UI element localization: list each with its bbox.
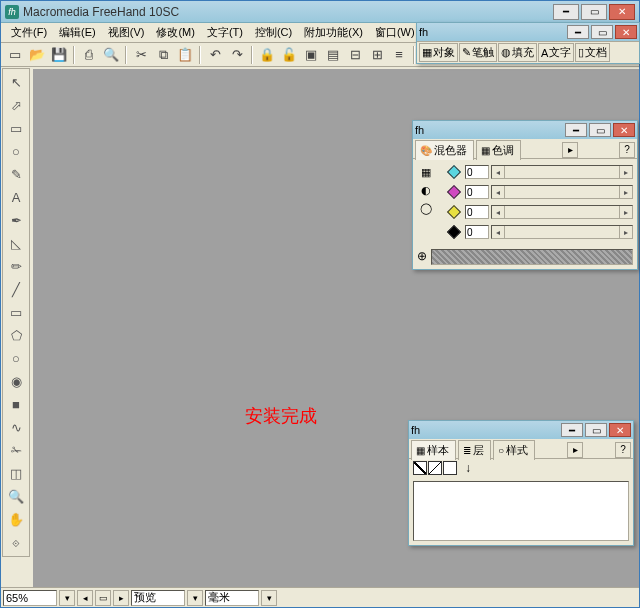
swatches-panel-titlebar[interactable]: fh ━ ▭ ✕ <box>409 421 633 439</box>
save-icon[interactable]: 💾 <box>49 45 69 65</box>
menu-text[interactable]: 文字(T) <box>201 23 249 42</box>
stroke-btn[interactable]: ✎笔触 <box>459 43 497 62</box>
slider-left-arrow[interactable]: ◂ <box>492 206 504 218</box>
color-preview-bar[interactable] <box>431 249 633 265</box>
cmyk-c-icon[interactable]: ▦ <box>417 163 435 181</box>
channel-slider[interactable]: ◂▸ <box>491 225 633 239</box>
tint-tab[interactable]: ▦ 色调 <box>476 140 521 160</box>
cmyk-y-icon[interactable]: ◯ <box>417 199 435 217</box>
print-icon[interactable]: ⎙ <box>79 45 99 65</box>
panel-options-button[interactable]: ▸ <box>567 442 583 458</box>
styles-tab[interactable]: ○ 样式 <box>493 440 535 460</box>
minimize-button[interactable]: ━ <box>553 4 579 20</box>
panel-minimize[interactable]: ━ <box>565 123 587 137</box>
freeform-tool[interactable]: ∿ <box>5 416 27 438</box>
open-file-icon[interactable]: 📂 <box>27 45 47 65</box>
help-button[interactable]: ? <box>615 442 631 458</box>
channel-value-input[interactable] <box>465 165 489 179</box>
help-button[interactable]: ? <box>619 142 635 158</box>
group-icon[interactable]: ▣ <box>301 45 321 65</box>
eyedropper-tool[interactable]: ✎ <box>5 163 27 185</box>
panel-options-button[interactable]: ▸ <box>562 142 578 158</box>
slider-right-arrow[interactable]: ▸ <box>620 226 632 238</box>
panel-maximize[interactable]: ▭ <box>589 123 611 137</box>
units-field[interactable]: 毫米 <box>205 590 259 606</box>
knife-tool[interactable]: ✁ <box>5 439 27 461</box>
channel-value-input[interactable] <box>465 205 489 219</box>
channel-slider[interactable]: ◂▸ <box>491 165 633 179</box>
bezigon-tool[interactable]: ◺ <box>5 232 27 254</box>
cmyk-k-icon[interactable] <box>417 217 435 235</box>
panel-close[interactable]: ✕ <box>615 25 637 39</box>
mixer-panel[interactable]: fh ━ ▭ ✕ 🎨 混色器 ▦ 色调 ▸ ? ▦◐◯ ◂▸◂▸◂▸◂▸ ⊕ <box>412 120 638 270</box>
zoom-tool[interactable]: 🔍 <box>5 485 27 507</box>
close-button[interactable]: ✕ <box>609 4 635 20</box>
cmyk-m-icon[interactable]: ◐ <box>417 181 435 199</box>
text-tool[interactable]: A <box>5 186 27 208</box>
main-titlebar[interactable]: fh Macromedia FreeHand 10SC ━ ▭ ✕ <box>1 1 639 23</box>
swatch-list[interactable] <box>413 481 629 541</box>
mixer-tab[interactable]: 🎨 混色器 <box>415 140 474 160</box>
slider-left-arrow[interactable]: ◂ <box>492 226 504 238</box>
slider-right-arrow[interactable]: ▸ <box>620 206 632 218</box>
page-prev[interactable]: ◂ <box>77 590 93 606</box>
maximize-button[interactable]: ▭ <box>581 4 607 20</box>
panel-close[interactable]: ✕ <box>613 123 635 137</box>
pointer-tool[interactable]: ↖ <box>5 71 27 93</box>
find-icon[interactable]: 🔍 <box>101 45 121 65</box>
panel-close[interactable]: ✕ <box>609 423 631 437</box>
pen-tool[interactable]: ✒ <box>5 209 27 231</box>
unlock-icon[interactable]: 🔓 <box>279 45 299 65</box>
lock-icon[interactable]: 🔒 <box>257 45 277 65</box>
panel-minimize[interactable]: ━ <box>567 25 589 39</box>
page-selector[interactable]: ▭ <box>95 590 111 606</box>
stroke-swatch[interactable] <box>428 461 442 475</box>
page-tool[interactable]: ▭ <box>5 117 27 139</box>
panel-maximize[interactable]: ▭ <box>591 25 613 39</box>
zoom-field[interactable]: 65% <box>3 590 57 606</box>
channel-slider[interactable]: ◂▸ <box>491 205 633 219</box>
view-mode-field[interactable]: 预览 <box>131 590 185 606</box>
ellipse-tool[interactable]: ○ <box>5 347 27 369</box>
page-next[interactable]: ▸ <box>113 590 129 606</box>
menu-file[interactable]: 文件(F) <box>5 23 53 42</box>
slider-right-arrow[interactable]: ▸ <box>620 166 632 178</box>
pencil-tool[interactable]: ✏ <box>5 255 27 277</box>
join-icon[interactable]: ⊟ <box>345 45 365 65</box>
menu-modify[interactable]: 修改(M) <box>150 23 201 42</box>
object-btn[interactable]: ▦对象 <box>419 43 458 62</box>
slider-right-arrow[interactable]: ▸ <box>620 186 632 198</box>
copy-icon[interactable]: ⧉ <box>153 45 173 65</box>
object-panel[interactable]: fh ━ ▭ ✕ ▦对象✎笔触◍填充A文字▯文档 <box>416 22 640 64</box>
channel-value-input[interactable] <box>465 225 489 239</box>
mixer-panel-titlebar[interactable]: fh ━ ▭ ✕ <box>413 121 637 139</box>
lasso-tool[interactable]: ○ <box>5 140 27 162</box>
document-btn[interactable]: ▯文档 <box>575 43 610 62</box>
line-tool[interactable]: ╱ <box>5 278 27 300</box>
fill-btn[interactable]: ◍填充 <box>498 43 537 62</box>
swatch-dropdown[interactable]: ↓ <box>465 461 471 475</box>
subselect-tool[interactable]: ⬀ <box>5 94 27 116</box>
perspective-tool[interactable]: ◫ <box>5 462 27 484</box>
menu-control[interactable]: 控制(C) <box>249 23 298 42</box>
swatches-tab[interactable]: ▦ 样本 <box>411 440 456 460</box>
add-to-swatches-icon[interactable]: ⊕ <box>417 249 427 263</box>
zoom-dropdown[interactable]: ▾ <box>59 590 75 606</box>
fill-tool[interactable]: ■ <box>5 393 27 415</box>
redo-icon[interactable]: ↷ <box>227 45 247 65</box>
hand-tool[interactable]: ✋ <box>5 508 27 530</box>
panel-minimize[interactable]: ━ <box>561 423 583 437</box>
units-dropdown[interactable]: ▾ <box>261 590 277 606</box>
channel-value-input[interactable] <box>465 185 489 199</box>
menu-window[interactable]: 窗口(W) <box>369 23 421 42</box>
align-icon[interactable]: ≡ <box>389 45 409 65</box>
spiral-tool[interactable]: ◉ <box>5 370 27 392</box>
polygon-tool[interactable]: ⬠ <box>5 324 27 346</box>
ungroup-icon[interactable]: ▤ <box>323 45 343 65</box>
slider-left-arrow[interactable]: ◂ <box>492 166 504 178</box>
undo-icon[interactable]: ↶ <box>205 45 225 65</box>
slider-left-arrow[interactable]: ◂ <box>492 186 504 198</box>
channel-slider[interactable]: ◂▸ <box>491 185 633 199</box>
layers-tab[interactable]: ≣ 层 <box>458 440 491 460</box>
menu-view[interactable]: 视图(V) <box>102 23 151 42</box>
